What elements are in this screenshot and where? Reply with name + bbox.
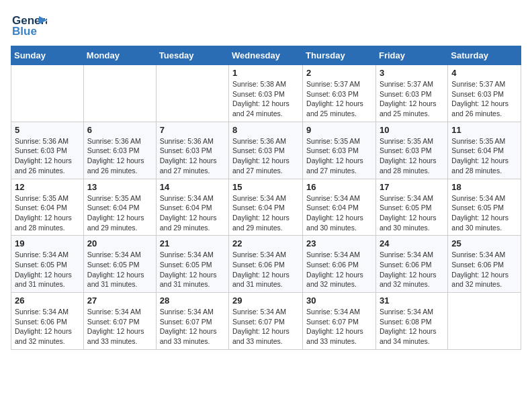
day-number: 27 xyxy=(87,295,152,306)
day-number: 3 xyxy=(380,68,444,78)
day-number: 13 xyxy=(87,182,152,192)
calendar-cell: 23Sunrise: 5:34 AM Sunset: 6:06 PM Dayli… xyxy=(303,236,376,293)
day-info: Sunrise: 5:34 AM Sunset: 6:05 PM Dayligh… xyxy=(380,193,444,233)
calendar-cell: 15Sunrise: 5:34 AM Sunset: 6:04 PM Dayli… xyxy=(229,179,303,236)
day-number: 18 xyxy=(451,182,517,192)
day-info: Sunrise: 5:34 AM Sunset: 6:05 PM Dayligh… xyxy=(451,193,517,233)
calendar-cell xyxy=(156,65,228,122)
day-info: Sunrise: 5:34 AM Sunset: 6:06 PM Dayligh… xyxy=(380,250,444,289)
calendar-cell: 20Sunrise: 5:34 AM Sunset: 6:05 PM Dayli… xyxy=(83,236,156,293)
day-info: Sunrise: 5:36 AM Sunset: 6:03 PM Dayligh… xyxy=(15,136,80,176)
day-info: Sunrise: 5:35 AM Sunset: 6:04 PM Dayligh… xyxy=(15,193,80,233)
day-info: Sunrise: 5:37 AM Sunset: 6:03 PM Dayligh… xyxy=(306,79,372,119)
day-number: 28 xyxy=(160,295,225,306)
day-info: Sunrise: 5:34 AM Sunset: 6:06 PM Dayligh… xyxy=(15,307,80,347)
calendar-cell: 25Sunrise: 5:34 AM Sunset: 6:06 PM Dayli… xyxy=(448,236,521,293)
day-number: 26 xyxy=(15,295,80,306)
day-info: Sunrise: 5:34 AM Sunset: 6:05 PM Dayligh… xyxy=(87,250,152,289)
day-number: 12 xyxy=(15,182,80,192)
calendar-cell: 29Sunrise: 5:34 AM Sunset: 6:07 PM Dayli… xyxy=(229,293,303,350)
calendar-week-1: 1Sunrise: 5:38 AM Sunset: 6:03 PM Daylig… xyxy=(11,65,521,122)
calendar-cell xyxy=(448,293,521,350)
day-info: Sunrise: 5:35 AM Sunset: 6:04 PM Dayligh… xyxy=(451,136,517,176)
day-info: Sunrise: 5:35 AM Sunset: 6:03 PM Dayligh… xyxy=(306,136,372,176)
calendar-week-3: 12Sunrise: 5:35 AM Sunset: 6:04 PM Dayli… xyxy=(11,179,521,236)
calendar-cell: 18Sunrise: 5:34 AM Sunset: 6:05 PM Dayli… xyxy=(448,179,521,236)
calendar-cell: 17Sunrise: 5:34 AM Sunset: 6:05 PM Dayli… xyxy=(375,179,447,236)
calendar-cell xyxy=(83,65,156,122)
day-info: Sunrise: 5:34 AM Sunset: 6:07 PM Dayligh… xyxy=(306,307,372,347)
day-info: Sunrise: 5:38 AM Sunset: 6:03 PM Dayligh… xyxy=(232,79,299,119)
day-info: Sunrise: 5:36 AM Sunset: 6:03 PM Dayligh… xyxy=(87,136,152,176)
day-info: Sunrise: 5:34 AM Sunset: 6:04 PM Dayligh… xyxy=(160,193,225,233)
day-number: 11 xyxy=(451,125,517,135)
day-number: 17 xyxy=(380,182,444,192)
day-number: 29 xyxy=(232,295,299,306)
day-number: 2 xyxy=(306,68,372,78)
calendar-cell: 5Sunrise: 5:36 AM Sunset: 6:03 PM Daylig… xyxy=(11,122,84,179)
calendar-cell: 28Sunrise: 5:34 AM Sunset: 6:07 PM Dayli… xyxy=(156,293,228,350)
day-info: Sunrise: 5:34 AM Sunset: 6:04 PM Dayligh… xyxy=(306,193,372,233)
weekday-header-thursday: Thursday xyxy=(303,46,376,65)
day-number: 8 xyxy=(232,125,299,135)
day-number: 1 xyxy=(232,68,299,78)
calendar-cell: 2Sunrise: 5:37 AM Sunset: 6:03 PM Daylig… xyxy=(303,65,376,122)
calendar-cell: 19Sunrise: 5:34 AM Sunset: 6:05 PM Dayli… xyxy=(11,236,84,293)
svg-text:Blue: Blue xyxy=(12,25,37,38)
calendar-table: SundayMondayTuesdayWednesdayThursdayFrid… xyxy=(11,46,521,350)
calendar-cell: 1Sunrise: 5:38 AM Sunset: 6:03 PM Daylig… xyxy=(229,65,303,122)
day-info: Sunrise: 5:36 AM Sunset: 6:03 PM Dayligh… xyxy=(160,136,225,176)
day-number: 23 xyxy=(306,238,372,248)
weekday-header-friday: Friday xyxy=(375,46,447,65)
calendar-cell: 21Sunrise: 5:34 AM Sunset: 6:05 PM Dayli… xyxy=(156,236,228,293)
day-info: Sunrise: 5:34 AM Sunset: 6:07 PM Dayligh… xyxy=(160,307,225,347)
day-info: Sunrise: 5:34 AM Sunset: 6:07 PM Dayligh… xyxy=(232,307,299,347)
day-info: Sunrise: 5:34 AM Sunset: 6:06 PM Dayligh… xyxy=(232,250,299,289)
day-number: 21 xyxy=(160,238,225,248)
day-info: Sunrise: 5:34 AM Sunset: 6:05 PM Dayligh… xyxy=(160,250,225,289)
weekday-header-saturday: Saturday xyxy=(448,46,521,65)
calendar-cell xyxy=(11,65,84,122)
day-number: 4 xyxy=(451,68,517,78)
weekday-header-monday: Monday xyxy=(83,46,156,65)
day-number: 5 xyxy=(15,125,80,135)
day-number: 19 xyxy=(15,238,80,248)
day-number: 9 xyxy=(306,125,372,135)
weekday-header-tuesday: Tuesday xyxy=(156,46,228,65)
calendar-week-5: 26Sunrise: 5:34 AM Sunset: 6:06 PM Dayli… xyxy=(11,293,521,350)
day-number: 6 xyxy=(87,125,152,135)
day-info: Sunrise: 5:34 AM Sunset: 6:07 PM Dayligh… xyxy=(87,307,152,347)
calendar-cell: 11Sunrise: 5:35 AM Sunset: 6:04 PM Dayli… xyxy=(448,122,521,179)
day-number: 25 xyxy=(451,238,517,248)
day-number: 10 xyxy=(380,125,444,135)
day-number: 24 xyxy=(380,238,444,248)
day-number: 22 xyxy=(232,238,299,248)
day-number: 20 xyxy=(87,238,152,248)
logo: General Blue xyxy=(11,11,48,40)
day-info: Sunrise: 5:34 AM Sunset: 6:05 PM Dayligh… xyxy=(15,250,80,289)
day-number: 14 xyxy=(160,182,225,192)
calendar-cell: 13Sunrise: 5:35 AM Sunset: 6:04 PM Dayli… xyxy=(83,179,156,236)
day-info: Sunrise: 5:34 AM Sunset: 6:04 PM Dayligh… xyxy=(232,193,299,233)
calendar-cell: 4Sunrise: 5:37 AM Sunset: 6:03 PM Daylig… xyxy=(448,65,521,122)
calendar-cell: 22Sunrise: 5:34 AM Sunset: 6:06 PM Dayli… xyxy=(229,236,303,293)
calendar-cell: 6Sunrise: 5:36 AM Sunset: 6:03 PM Daylig… xyxy=(83,122,156,179)
day-info: Sunrise: 5:35 AM Sunset: 6:03 PM Dayligh… xyxy=(380,136,444,176)
calendar-week-4: 19Sunrise: 5:34 AM Sunset: 6:05 PM Dayli… xyxy=(11,236,521,293)
calendar-cell: 30Sunrise: 5:34 AM Sunset: 6:07 PM Dayli… xyxy=(303,293,376,350)
calendar-cell: 9Sunrise: 5:35 AM Sunset: 6:03 PM Daylig… xyxy=(303,122,376,179)
calendar-cell: 3Sunrise: 5:37 AM Sunset: 6:03 PM Daylig… xyxy=(375,65,447,122)
calendar-cell: 16Sunrise: 5:34 AM Sunset: 6:04 PM Dayli… xyxy=(303,179,376,236)
calendar-cell: 10Sunrise: 5:35 AM Sunset: 6:03 PM Dayli… xyxy=(375,122,447,179)
day-info: Sunrise: 5:34 AM Sunset: 6:06 PM Dayligh… xyxy=(451,250,517,289)
day-info: Sunrise: 5:34 AM Sunset: 6:06 PM Dayligh… xyxy=(306,250,372,289)
calendar-cell: 7Sunrise: 5:36 AM Sunset: 6:03 PM Daylig… xyxy=(156,122,228,179)
day-number: 30 xyxy=(306,295,372,306)
day-number: 7 xyxy=(160,125,225,135)
day-number: 15 xyxy=(232,182,299,192)
calendar-cell: 12Sunrise: 5:35 AM Sunset: 6:04 PM Dayli… xyxy=(11,179,84,236)
calendar-cell: 24Sunrise: 5:34 AM Sunset: 6:06 PM Dayli… xyxy=(375,236,447,293)
calendar-cell: 14Sunrise: 5:34 AM Sunset: 6:04 PM Dayli… xyxy=(156,179,228,236)
day-info: Sunrise: 5:37 AM Sunset: 6:03 PM Dayligh… xyxy=(380,79,444,119)
day-number: 31 xyxy=(380,295,444,306)
